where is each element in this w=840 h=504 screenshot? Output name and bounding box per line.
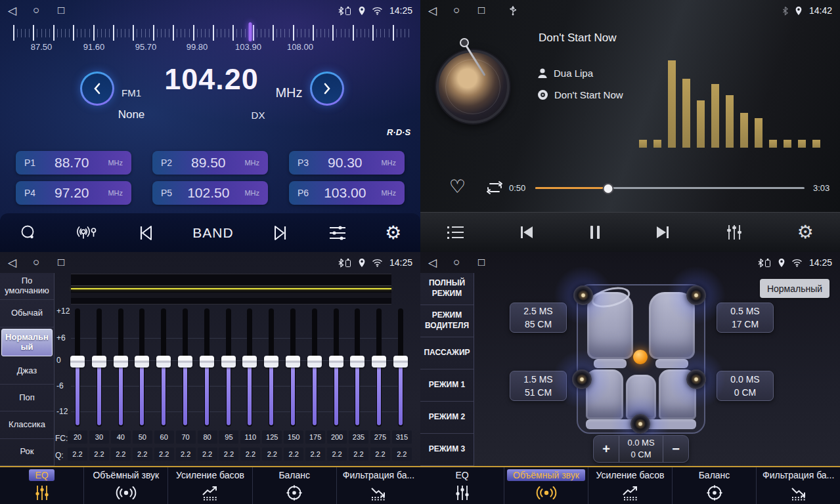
next-icon[interactable] bbox=[654, 224, 671, 240]
eq-band-slider[interactable] bbox=[372, 308, 386, 427]
eq-band-slider[interactable] bbox=[156, 308, 171, 427]
eq-band-slider[interactable] bbox=[221, 308, 236, 427]
mode-passenger[interactable]: ПАССАЖИР bbox=[420, 337, 474, 369]
tab-filter[interactable]: Фильтрация ба... bbox=[337, 467, 420, 504]
fc-value[interactable]: 200 bbox=[327, 430, 347, 444]
fc-value[interactable]: 40 bbox=[111, 430, 131, 444]
delay-front-right[interactable]: 0.5 MS 17 CM bbox=[717, 303, 774, 333]
slider-handle[interactable] bbox=[221, 356, 236, 368]
progress-knob[interactable] bbox=[602, 183, 613, 194]
eq-band-slider[interactable] bbox=[286, 308, 300, 427]
speaker-rear-left[interactable] bbox=[572, 369, 592, 389]
home-icon[interactable]: ○ bbox=[453, 256, 478, 269]
eq-preset-rock[interactable]: Рок bbox=[0, 439, 54, 466]
eq-preset-pop[interactable]: Поп bbox=[0, 385, 54, 411]
eq-preset-jazz[interactable]: Джаз bbox=[0, 358, 54, 385]
delay-front-left[interactable]: 2.5 MS 85 CM bbox=[510, 303, 567, 333]
q-value[interactable]: 2.2 bbox=[349, 448, 368, 461]
slider-handle[interactable] bbox=[200, 356, 214, 368]
slider-handle[interactable] bbox=[307, 356, 322, 368]
slider-handle[interactable] bbox=[329, 356, 343, 368]
mode-1[interactable]: РЕЖИМ 1 bbox=[420, 369, 474, 402]
slider-handle[interactable] bbox=[242, 356, 257, 368]
slider-handle[interactable] bbox=[350, 356, 365, 368]
slider-handle[interactable] bbox=[372, 356, 386, 368]
home-icon[interactable]: ○ bbox=[33, 256, 58, 269]
mode-driver[interactable]: РЕЖИМ ВОДИТЕЛЯ bbox=[420, 305, 474, 337]
playlist-icon[interactable] bbox=[447, 224, 465, 240]
speaker-front-left[interactable] bbox=[573, 285, 593, 305]
speaker-rear-right[interactable] bbox=[686, 369, 706, 389]
tuner-indicator[interactable] bbox=[248, 22, 252, 41]
decrease-button[interactable]: − bbox=[663, 442, 688, 457]
q-value[interactable]: 2.2 bbox=[392, 448, 412, 461]
eq-band-slider[interactable] bbox=[307, 308, 322, 427]
progress-bar[interactable] bbox=[535, 187, 805, 189]
tab-surround[interactable]: Объёмный звук bbox=[84, 467, 168, 504]
slider-handle[interactable] bbox=[178, 356, 192, 368]
eq-band-slider[interactable] bbox=[114, 308, 128, 427]
back-icon[interactable]: ◁ bbox=[8, 256, 33, 270]
preset-button-p5[interactable]: P5102.50MHz bbox=[152, 181, 268, 205]
eq-preset-classic[interactable]: Классика bbox=[0, 411, 54, 438]
slider-handle[interactable] bbox=[264, 356, 278, 368]
previous-icon[interactable] bbox=[137, 224, 155, 242]
next-icon[interactable] bbox=[271, 224, 290, 242]
slider-handle[interactable] bbox=[286, 356, 300, 368]
settings-icon[interactable]: ⚙ bbox=[385, 224, 401, 242]
back-icon[interactable]: ◁ bbox=[8, 4, 33, 18]
q-value[interactable]: 2.2 bbox=[240, 448, 260, 461]
increase-button[interactable]: + bbox=[594, 442, 619, 457]
favorite-icon[interactable]: ♡ bbox=[449, 176, 466, 198]
q-value[interactable]: 2.2 bbox=[370, 448, 390, 461]
back-icon[interactable]: ◁ bbox=[428, 256, 453, 270]
preset-button-p4[interactable]: P497.20MHz bbox=[16, 181, 131, 205]
tab-balance[interactable]: Баланс bbox=[253, 467, 337, 504]
tab-eq[interactable]: EQ bbox=[0, 467, 84, 504]
settings-icon[interactable]: ⚙ bbox=[797, 223, 814, 242]
recents-icon[interactable]: □ bbox=[58, 4, 83, 17]
preset-button-p3[interactable]: P390.30MHz bbox=[289, 151, 405, 175]
q-value[interactable]: 2.2 bbox=[111, 448, 131, 461]
fc-value[interactable]: 315 bbox=[392, 430, 412, 444]
mode-full[interactable]: ПОЛНЫЙ РЕЖИМ bbox=[420, 273, 474, 305]
fc-value[interactable]: 80 bbox=[198, 430, 217, 444]
preset-button-p6[interactable]: P6103.00MHz bbox=[289, 181, 405, 205]
recents-icon[interactable]: □ bbox=[478, 256, 503, 269]
fc-value[interactable]: 50 bbox=[133, 430, 152, 444]
slider-handle[interactable] bbox=[393, 356, 408, 368]
tab-eq[interactable]: EQ bbox=[420, 467, 504, 504]
eq-band-slider[interactable] bbox=[178, 308, 192, 427]
eq-band-slider[interactable] bbox=[393, 308, 408, 427]
fc-value[interactable]: 60 bbox=[154, 430, 174, 444]
q-value[interactable]: 2.2 bbox=[305, 448, 325, 461]
q-value[interactable]: 2.2 bbox=[154, 448, 174, 461]
fc-value[interactable]: 110 bbox=[240, 430, 260, 444]
tab-bass-boost[interactable]: Усиление басов bbox=[168, 467, 252, 504]
q-value[interactable]: 2.2 bbox=[133, 448, 152, 461]
previous-icon[interactable] bbox=[518, 224, 535, 240]
listening-position-dot[interactable] bbox=[633, 350, 648, 364]
slider-handle[interactable] bbox=[114, 356, 128, 368]
eq-preset-default[interactable]: По умолчанию bbox=[0, 273, 54, 300]
fc-value[interactable]: 150 bbox=[284, 430, 303, 444]
slider-handle[interactable] bbox=[156, 356, 171, 368]
slider-handle[interactable] bbox=[135, 356, 149, 368]
eq-band-slider[interactable] bbox=[350, 308, 365, 427]
recents-icon[interactable]: □ bbox=[58, 256, 83, 269]
band-button[interactable]: BAND bbox=[192, 225, 233, 241]
broadcast-icon[interactable] bbox=[75, 224, 99, 242]
tuner-sliders-icon[interactable] bbox=[328, 224, 347, 242]
fc-value[interactable]: 235 bbox=[349, 430, 368, 444]
q-value[interactable]: 2.2 bbox=[68, 448, 87, 461]
mode-3[interactable]: РЕЖИМ 3 bbox=[420, 434, 474, 466]
pause-icon[interactable] bbox=[588, 224, 602, 240]
home-icon[interactable]: ○ bbox=[33, 4, 58, 17]
fc-value[interactable]: 175 bbox=[305, 430, 325, 444]
scan-icon[interactable] bbox=[19, 224, 37, 242]
eq-band-slider[interactable] bbox=[264, 308, 278, 427]
back-icon[interactable]: ◁ bbox=[428, 4, 453, 18]
delay-rear-left[interactable]: 1.5 MS 51 CM bbox=[510, 371, 567, 401]
fc-value[interactable]: 30 bbox=[89, 430, 109, 444]
seek-up-button[interactable] bbox=[310, 72, 344, 106]
